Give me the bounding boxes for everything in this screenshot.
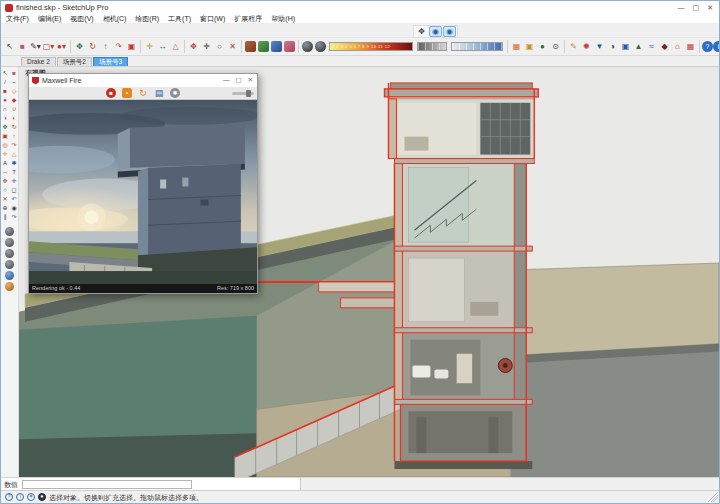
walk-tool-icon[interactable]: ∥ [1,213,9,221]
eyedropper-icon[interactable]: ▼ [593,40,606,53]
rotate-tool-icon[interactable]: ↻ [10,123,18,131]
white-balance-slider[interactable] [451,42,503,51]
photo-icon[interactable]: ▣ [619,40,632,53]
titlebar[interactable]: finished.skp - SketchUp Pro — ▢ ✕ [1,1,719,14]
render-sphere-icon[interactable] [302,41,313,52]
pan-tool-icon[interactable]: ✛ [200,40,213,53]
orbit-globe-icon[interactable]: ◉ [429,26,442,37]
line-tool-icon[interactable]: ✎▾ [29,40,42,53]
pie-tool-icon[interactable]: ◑ [1,114,9,122]
pushpull-tool-icon[interactable]: ↑ [10,132,18,140]
refresh-render-icon[interactable]: ↻ [138,88,148,98]
text-tool-icon[interactable]: A [1,159,9,167]
stop-render-icon[interactable]: ■ [106,88,116,98]
contrast-icon[interactable]: ◑ [606,40,619,53]
maximize-button[interactable]: ▢ [693,4,700,11]
select-tool-icon[interactable]: ↖ [3,40,16,53]
paint-bucket-icon[interactable]: ■ [10,69,18,77]
info-circle-icon[interactable]: i [16,493,24,501]
menu-draw[interactable]: 绘图(R) [135,15,159,22]
offset-tool-icon[interactable]: ◎ [1,141,9,149]
menu-edit[interactable]: 编辑(E) [38,15,61,22]
shield-icon[interactable]: ◆ [658,40,671,53]
sector-tool-icon[interactable]: ◐ [10,114,18,122]
time-icon[interactable]: ⊙ [549,40,562,53]
maxwell-material-icon[interactable] [5,238,14,247]
circle-tool-icon[interactable]: ●▾ [55,40,68,53]
threed-text-icon[interactable]: T [10,168,18,176]
material-pink-icon[interactable] [284,41,295,52]
globe-green-icon[interactable]: ● [536,40,549,53]
resize-grip[interactable] [708,492,718,502]
pan-camera-icon[interactable]: ✥ [415,26,428,37]
folder-icon[interactable]: ▣ [523,40,536,53]
zoom-extents-icon[interactable]: ✕ [226,40,239,53]
pencil-icon[interactable]: ✎ [567,40,580,53]
maxwell-network-icon[interactable] [5,271,14,280]
maxwell-render-icon[interactable] [5,249,14,258]
tape-measure-icon[interactable]: ✛ [1,150,9,158]
tape-measure-icon[interactable]: ✛ [143,40,156,53]
lock-view-icon[interactable]: ▪ [122,88,132,98]
look-around-icon[interactable]: ◉ [10,204,18,212]
zoom-tool-icon[interactable]: ○ [213,40,226,53]
help-icon[interactable]: ? [702,41,713,52]
maxwell-maximize-button[interactable]: ▢ [235,77,241,84]
protractor-tool-icon[interactable]: △ [169,40,182,53]
fire-quality-slider[interactable]: 1 2 3 4 5 6 7 8 9 10 11 12 [329,42,413,51]
zoom-extents-icon[interactable]: ✕ [1,195,9,203]
color-wheel-icon[interactable]: ✺ [580,40,593,53]
followme-tool-icon[interactable]: ↷ [10,141,18,149]
menu-file[interactable]: 文件(F) [6,15,29,22]
zoom-tool-icon[interactable]: ○ [1,186,9,194]
rectangle-tool-icon[interactable]: ■ [1,87,9,95]
tab-drake-2[interactable]: Drake 2 [21,57,56,67]
maxwell-close-button[interactable]: ✕ [248,77,253,84]
next-view-icon[interactable]: ↷ [10,213,18,221]
orbit-globe2-icon[interactable]: ◉ [443,26,456,37]
tab-scene-2[interactable]: 场景号2 [57,57,92,67]
material-brown-icon[interactable] [245,41,256,52]
scale-tool-icon[interactable]: ▣ [125,40,138,53]
eraser-tool-icon[interactable]: ■ [16,40,29,53]
maxwell-fire-icon[interactable] [5,260,14,269]
line-tool-icon[interactable]: / [1,78,9,86]
orbit-tool-icon[interactable]: ✥ [1,177,9,185]
water-icon[interactable]: ≈ [645,40,658,53]
menu-window[interactable]: 窗口(W) [200,15,225,22]
package-icon[interactable]: ▦ [510,40,523,53]
viewport-3d[interactable]: 右视图 [19,67,719,477]
terrain-icon[interactable]: ▲ [632,40,645,53]
credits-icon[interactable]: ✶ [27,493,35,501]
polygon-tool-icon[interactable]: ◆ [10,96,18,104]
rotated-rectangle-icon[interactable]: ◇ [10,87,18,95]
scale-tool-icon[interactable]: ▣ [1,132,9,140]
minimize-button[interactable]: — [678,4,685,11]
move-tool-icon[interactable]: ✥ [73,40,86,53]
maxwell-options-icon[interactable] [5,282,14,291]
info-icon[interactable]: i [713,41,720,52]
dimension-tool-icon[interactable]: ↔ [1,168,9,176]
freehand-tool-icon[interactable]: ~ [10,78,18,86]
zoom-window-icon[interactable]: ◻ [10,186,18,194]
arc-tool-icon[interactable]: ∩ [1,105,9,113]
house-red-icon[interactable]: ⌂ [671,40,684,53]
menu-camera[interactable]: 相机(C) [103,15,127,22]
geolocation-icon[interactable]: ● [38,493,46,501]
move-tool-icon[interactable]: ✥ [1,123,9,131]
render-sphere2-icon[interactable] [315,41,326,52]
pushpull-tool-icon[interactable]: ↑ [99,40,112,53]
measurement-input[interactable] [22,480,192,489]
maxwell-minimize-button[interactable]: — [223,77,230,84]
position-camera-icon[interactable]: ⊕ [1,204,9,212]
dimension-tool-icon[interactable]: ↔ [156,40,169,53]
two-point-arc-icon[interactable]: ∪ [10,105,18,113]
maxwell-titlebar[interactable]: Maxwell Fire — ▢ ✕ [29,74,257,87]
close-button[interactable]: ✕ [707,4,713,11]
menu-view[interactable]: 视图(V) [70,15,93,22]
material-blue-icon[interactable] [271,41,282,52]
exposure-slider[interactable] [417,42,447,51]
rotate-tool-icon[interactable]: ↻ [86,40,99,53]
select-tool-icon[interactable]: ↖ [1,69,9,77]
grid-red-icon[interactable]: ▦ [684,40,697,53]
